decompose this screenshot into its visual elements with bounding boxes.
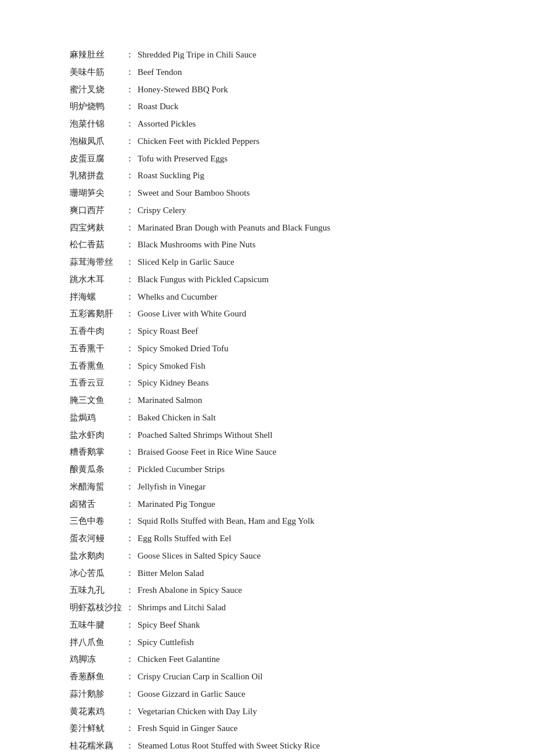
separator: ：	[125, 617, 134, 633]
english-name: Whelks and Cucumber	[138, 289, 217, 305]
separator: ：	[125, 462, 134, 478]
separator: ：	[125, 635, 134, 651]
chinese-name: 美味牛筋	[70, 64, 122, 81]
chinese-name: 五香牛肉	[70, 323, 122, 340]
menu-item: 五香熏干：Spicy Smoked Dried Tofu	[70, 340, 464, 358]
menu-item: 姜汁鲜鱿：Fresh Squid in Ginger Sauce	[70, 720, 464, 737]
chinese-name: 盐水虾肉	[70, 427, 122, 444]
chinese-name: 三色中卷	[70, 513, 122, 530]
chinese-name: 米醋海蜇	[70, 479, 122, 495]
separator: ：	[125, 134, 134, 150]
english-name: Braised Goose Feet in Rice Wine Sauce	[138, 444, 276, 460]
separator: ：	[125, 272, 134, 288]
menu-item: 五香熏鱼：Spicy Smoked Fish	[70, 358, 464, 375]
chinese-name: 香葱酥鱼	[70, 669, 122, 685]
chinese-name: 五味九孔	[70, 582, 122, 599]
menu-list: 麻辣肚丝：Shredded Pig Tripe in Chili Sauce美味…	[70, 46, 464, 756]
english-name: Fresh Abalone in Spicy Sauce	[138, 582, 242, 599]
separator: ：	[125, 496, 134, 513]
chinese-name: 明炉烧鸭	[70, 99, 122, 115]
english-name: Pickled Cucumber Strips	[138, 462, 225, 478]
separator: ：	[125, 341, 134, 357]
english-name: Spicy Roast Beef	[138, 323, 198, 340]
chinese-name: 皮蛋豆腐	[70, 151, 122, 167]
separator: ：	[125, 513, 134, 530]
chinese-name: 五香熏干	[70, 341, 122, 357]
english-name: Sweet and Sour Bamboo Shoots	[138, 185, 250, 201]
english-name: Tofu with Preserved Eggs	[138, 151, 228, 167]
english-name: Goose Slices in Salted Spicy Sauce	[138, 548, 261, 564]
separator: ：	[125, 738, 134, 754]
chinese-name: 黄花素鸡	[70, 704, 122, 720]
english-name: Spicy Beef Shank	[138, 617, 200, 633]
chinese-name: 跳水木耳	[70, 272, 122, 288]
chinese-name: 泡菜什锦	[70, 116, 122, 132]
menu-item: 香葱酥鱼：Crispy Crucian Carp in Scallion Oil	[70, 668, 464, 686]
menu-item: 蒜汁鹅胗：Goose Gizzard in Garlic Sauce	[70, 686, 464, 703]
menu-item: 泡椒凤爪：Chicken Feet with Pickled Peppers	[70, 133, 464, 150]
separator: ：	[125, 64, 134, 81]
menu-item: 盐焗鸡：Baked Chicken in Salt	[70, 409, 464, 427]
english-name: Chicken Feet Galantine	[138, 651, 220, 668]
separator: ：	[125, 393, 134, 409]
menu-item: 美味牛筋：Beef Tendon	[70, 64, 464, 81]
chinese-name: 冰心苦瓜	[70, 566, 122, 582]
separator: ：	[125, 410, 134, 426]
separator: ：	[125, 531, 134, 547]
separator: ：	[125, 669, 134, 685]
chinese-name: 桂花糯米藕	[70, 738, 122, 754]
english-name: Egg Rolls Stuffed with Eel	[138, 531, 231, 547]
menu-item: 腌三文鱼：Marinated Salmon	[70, 392, 464, 409]
menu-item: 明虾荔枝沙拉：Shrimps and Litchi Salad	[70, 599, 464, 617]
chinese-name: 泡椒凤爪	[70, 134, 122, 150]
english-name: Bitter Melon Salad	[138, 566, 204, 582]
chinese-name: 五彩酱鹅肝	[70, 306, 122, 322]
english-name: Steamed Lotus Root Stuffed with Sweet St…	[138, 738, 320, 754]
menu-item: 黄花素鸡：Vegetarian Chicken with Day Lily	[70, 703, 464, 721]
chinese-name: 明虾荔枝沙拉	[70, 600, 122, 616]
english-name: Spicy Kidney Beans	[138, 375, 208, 391]
english-name: Shrimps and Litchi Salad	[138, 600, 226, 616]
menu-item: 五味九孔：Fresh Abalone in Spicy Sauce	[70, 582, 464, 599]
english-name: Goose Liver with White Gourd	[138, 306, 246, 322]
menu-item: 鸡脚冻：Chicken Feet Galantine	[70, 651, 464, 668]
english-name: Crispy Celery	[138, 203, 186, 219]
english-name: Baked Chicken in Salt	[138, 410, 216, 426]
english-name: Roast Suckling Pig	[138, 168, 204, 184]
menu-item: 五彩酱鹅肝：Goose Liver with White Gourd	[70, 305, 464, 323]
english-name: Vegetarian Chicken with Day Lily	[138, 704, 257, 720]
menu-item: 松仁香菇：Black Mushrooms with Pine Nuts	[70, 236, 464, 254]
chinese-name: 爽口西芹	[70, 203, 122, 219]
separator: ：	[125, 721, 134, 737]
menu-item: 盐水鹅肉：Goose Slices in Salted Spicy Sauce	[70, 548, 464, 565]
english-name: Squid Rolls Stuffed with Bean, Ham and E…	[138, 513, 315, 530]
chinese-name: 拌八爪鱼	[70, 635, 122, 651]
separator: ：	[125, 203, 134, 219]
menu-item: 珊瑚笋尖：Sweet and Sour Bamboo Shoots	[70, 185, 464, 202]
chinese-name: 珊瑚笋尖	[70, 185, 122, 201]
menu-item: 明炉烧鸭：Roast Duck	[70, 98, 464, 116]
menu-item: 跳水木耳：Black Fungus with Pickled Capsicum	[70, 271, 464, 289]
menu-item: 米醋海蜇：Jellyfish in Vinegar	[70, 478, 464, 496]
chinese-name: 酿黄瓜条	[70, 462, 122, 478]
chinese-name: 卤猪舌	[70, 496, 122, 513]
chinese-name: 鸡脚冻	[70, 651, 122, 668]
english-name: Fresh Squid in Ginger Sauce	[138, 721, 237, 737]
english-name: Crispy Crucian Carp in Scallion Oil	[138, 669, 262, 685]
menu-item: 冰心苦瓜：Bitter Melon Salad	[70, 565, 464, 582]
chinese-name: 蒜汁鹅胗	[70, 686, 122, 703]
english-name: Goose Gizzard in Garlic Sauce	[138, 686, 246, 703]
menu-item: 麻辣肚丝：Shredded Pig Tripe in Chili Sauce	[70, 46, 464, 64]
english-name: Marinated Bran Dough with Peanuts and Bl…	[138, 220, 330, 236]
separator: ：	[125, 306, 134, 322]
menu-item: 拌八爪鱼：Spicy Cuttlefish	[70, 634, 464, 651]
english-name: Sliced Kelp in Garlic Sauce	[138, 254, 234, 271]
menu-item: 五香云豆：Spicy Kidney Beans	[70, 375, 464, 392]
menu-item: 蜜汁叉烧：Honey-Stewed BBQ Pork	[70, 81, 464, 99]
menu-item: 五味牛腱：Spicy Beef Shank	[70, 617, 464, 634]
chinese-name: 松仁香菇	[70, 237, 122, 253]
english-name: Honey-Stewed BBQ Pork	[138, 82, 228, 98]
chinese-name: 蒜茸海带丝	[70, 254, 122, 271]
menu-item: 蛋衣河鳗：Egg Rolls Stuffed with Eel	[70, 530, 464, 548]
chinese-name: 蛋衣河鳗	[70, 531, 122, 547]
